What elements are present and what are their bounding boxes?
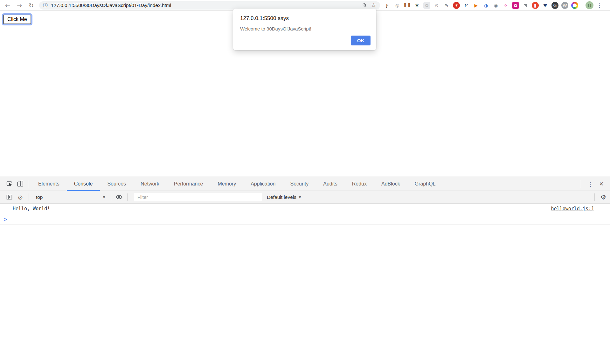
code-dots-extension-icon[interactable]: ⊙ — [433, 2, 440, 9]
console-toolbar: ⊘ top ▼ Default levels ▼ ⚙ — [0, 191, 610, 204]
reload-icon[interactable]: ↻ — [27, 1, 36, 10]
console-toolbar-separator-1 — [29, 193, 29, 201]
tampermonkey-extension-icon[interactable]: ◥ — [522, 2, 529, 9]
click-me-button[interactable]: Click Me — [3, 15, 31, 24]
panels-extension-icon[interactable]: ▌▐ — [404, 2, 411, 9]
console-source-link[interactable]: helloworld.js:1 — [551, 206, 610, 212]
browser-menu-icon[interactable]: ⋮ — [597, 2, 602, 9]
live-expression-eye-icon[interactable] — [114, 192, 125, 203]
heart-search-extension-icon[interactable]: ♥ — [542, 2, 549, 9]
bookmark-star-icon[interactable]: ☆ — [371, 2, 376, 9]
inspect-element-icon[interactable] — [4, 179, 15, 189]
function-help-extension-icon[interactable]: ƒ? — [463, 2, 470, 9]
console-sidebar-icon[interactable] — [4, 192, 15, 203]
zoom-icon[interactable] — [362, 3, 367, 8]
eyedropper-extension-icon[interactable]: ✎ — [443, 2, 450, 9]
url-text[interactable]: 127.0.0.1:5500/30DaysOfJavaScript/01-Day… — [51, 3, 362, 8]
devtools-panel: Elements Console Sources Network Perform… — [0, 177, 610, 364]
pink-settings-extension-icon[interactable]: ✿ — [512, 2, 519, 9]
device-toolbar-icon[interactable] — [15, 179, 25, 189]
alert-message: Welcome to 30DaysOfJavaScript! — [240, 26, 369, 31]
tab-redux[interactable]: Redux — [345, 177, 374, 191]
tab-memory[interactable]: Memory — [210, 177, 243, 191]
colorful-ring-extension-icon[interactable] — [571, 2, 578, 9]
console-toolbar-separator-4 — [594, 193, 595, 201]
g-circle-extension-icon[interactable]: G — [551, 2, 558, 9]
bookmark-extension-icon[interactable]: ▮ — [532, 2, 539, 9]
console-log-text: Hello, World! — [0, 206, 50, 212]
console-prompt-row[interactable]: > — [0, 214, 610, 225]
clear-console-icon[interactable]: ⊘ — [18, 194, 23, 201]
alert-title: 127.0.0.1:5500 says — [240, 15, 369, 22]
profile-avatar[interactable]: {} — [586, 1, 593, 9]
font-styler-extension-icon[interactable]: Ƒ — [384, 2, 391, 9]
tab-application[interactable]: Application — [243, 177, 283, 191]
alert-ok-button[interactable]: OK — [351, 36, 371, 45]
tab-performance[interactable]: Performance — [167, 177, 211, 191]
w-circle-extension-icon[interactable]: W — [561, 2, 568, 9]
camera-extension-icon[interactable]: ◉ — [492, 2, 499, 9]
log-levels-select[interactable]: Default levels ▼ — [267, 194, 301, 200]
tab-console[interactable]: Console — [67, 177, 100, 191]
lens-extension-icon[interactable]: ◎ — [394, 2, 401, 9]
tab-audits[interactable]: Audits — [316, 177, 344, 191]
megaphone-extension-icon[interactable]: ▶ — [473, 2, 480, 9]
tabbar-right-separator — [581, 180, 581, 188]
site-info-icon[interactable]: ⓘ — [43, 2, 48, 8]
log-levels-value: Default levels — [267, 194, 296, 200]
execution-context-value: top — [36, 194, 103, 200]
console-settings-gear-icon[interactable]: ⚙ — [600, 193, 606, 201]
tabbar-separator — [28, 180, 28, 188]
devtools-tabbar: Elements Console Sources Network Perform… — [0, 177, 610, 191]
execution-context-select[interactable]: top ▼ — [33, 193, 108, 202]
graphql-extension-icon[interactable]: ✧ — [502, 2, 509, 9]
extensions-row: Ƒ◎▌▐✱✿⊙✎✶ƒ?▶◑◉✧✿◥▮♥GW — [384, 2, 578, 9]
stop-hand-extension-icon[interactable]: ✶ — [453, 2, 460, 9]
console-toolbar-separator-2 — [111, 193, 111, 201]
tab-adblock[interactable]: AdBlock — [374, 177, 407, 191]
back-icon[interactable]: ← — [3, 1, 12, 10]
tab-network[interactable]: Network — [133, 177, 167, 191]
devtools-menu-icon[interactable]: ⋮ — [584, 180, 597, 187]
devtools-close-icon[interactable]: ✕ — [597, 181, 606, 187]
grid-app-extension-icon[interactable]: ✿ — [423, 2, 430, 9]
address-bar[interactable]: ⓘ 127.0.0.1:5500/30DaysOfJavaScript/01-D… — [39, 1, 380, 10]
bug-extension-icon[interactable]: ✱ — [413, 2, 420, 9]
console-filter-input[interactable] — [134, 193, 262, 201]
console-toolbar-separator-3 — [127, 193, 128, 201]
tab-security[interactable]: Security — [283, 177, 316, 191]
alert-dialog: 127.0.0.1:5500 says Welcome to 30DaysOfJ… — [233, 9, 376, 50]
chevron-down-icon: ▼ — [103, 195, 105, 199]
tab-sources[interactable]: Sources — [100, 177, 133, 191]
tab-graphql[interactable]: GraphQL — [407, 177, 443, 191]
chevron-down-icon: ▼ — [299, 195, 301, 199]
tab-elements[interactable]: Elements — [31, 177, 67, 191]
swirl-extension-icon[interactable]: ◑ — [482, 2, 489, 9]
console-log-row: Hello, World! helloworld.js:1 — [0, 204, 610, 214]
console-prompt-chevron-icon: > — [0, 216, 7, 222]
forward-icon[interactable]: → — [15, 1, 24, 10]
toolbar-separator — [582, 3, 582, 8]
